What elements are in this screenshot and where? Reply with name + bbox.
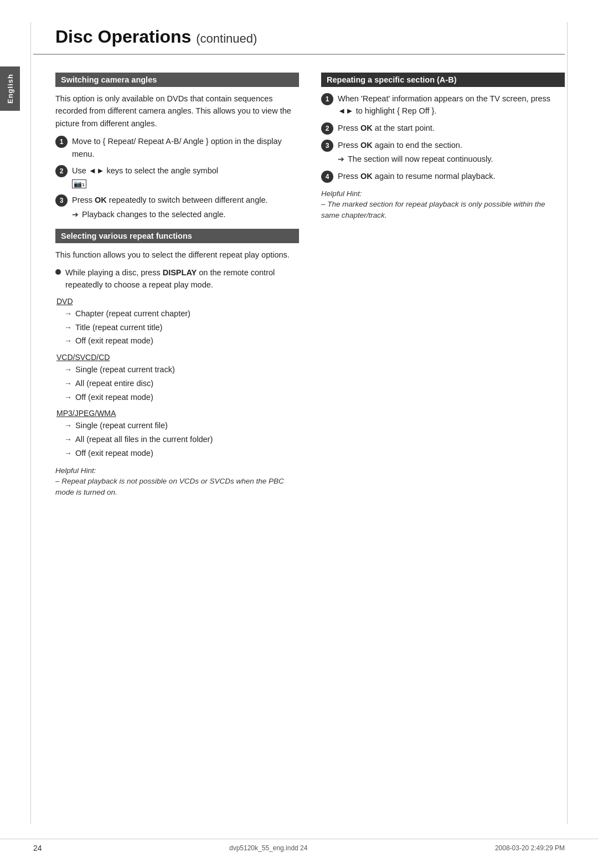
dvd-item-3: → Off (exit repeat mode) <box>64 335 299 347</box>
page-title: Disc Operations (continued) <box>33 27 565 55</box>
mp3-item-1: → Single (repeat current file) <box>64 420 299 432</box>
vcd-label: VCD/SVCD/CD <box>56 353 299 362</box>
angle-icon: 📷₁ <box>72 179 86 188</box>
page-number: 24 <box>33 844 42 852</box>
margin-line-left <box>30 22 31 824</box>
step-ab-1: 1 When 'Repeat' information appears on t… <box>321 93 565 117</box>
step-ab-num-2: 2 <box>321 122 333 135</box>
step-camera-2: 2 Use ◄► keys to select the angle symbol… <box>55 165 299 189</box>
repeat-bullet: While playing a disc, press DISPLAY on t… <box>55 266 299 291</box>
section-header-repeat: Selecting various repeat functions <box>55 229 299 243</box>
step-ab-num-1: 1 <box>321 93 333 105</box>
step-ab-content-2: Press OK at the start point. <box>338 122 565 134</box>
section-header-camera-angles: Switching camera angles <box>55 73 299 87</box>
mp3-item-2: → All (repeat all files in the current f… <box>64 434 299 446</box>
page-footer: 24 dvp5120k_55_eng.indd 24 2008-03-20 2:… <box>0 839 598 852</box>
right-hint-block: Helpful Hint: – The marked section for r… <box>321 189 565 222</box>
display-bold: DISPLAY <box>163 268 197 277</box>
bullet-text: While playing a disc, press DISPLAY on t… <box>65 266 299 291</box>
camera-angles-body: This option is only available on DVDs th… <box>55 93 299 130</box>
step-ab-num-4: 4 <box>321 171 333 183</box>
dvd-item-2: → Title (repeat current title) <box>64 322 299 334</box>
title-continued: (continued) <box>196 32 257 45</box>
left-column: Switching camera angles This option is o… <box>55 65 299 498</box>
step-content-2: Use ◄► keys to select the angle symbol 📷… <box>72 165 299 189</box>
step-ab-num-3: 3 <box>321 140 333 152</box>
repeat-body: This function allows you to select the d… <box>55 249 299 261</box>
step3-arrow: ➔ Playback changes to the selected angle… <box>72 209 299 221</box>
step2-text: Use ◄► keys to select the angle symbol <box>72 166 218 175</box>
page-wrapper: English Disc Operations (continued) Swit… <box>0 0 598 868</box>
step-camera-3: 3 Press OK repeatedly to switch between … <box>55 194 299 220</box>
step-ab-4: 4 Press OK again to resume normal playba… <box>321 170 565 183</box>
arrow-sym: ➔ <box>72 209 79 220</box>
step-num-3: 3 <box>55 194 68 207</box>
right-hint-text: – The marked section for repeat playback… <box>321 199 565 222</box>
bullet-dot <box>55 269 61 275</box>
left-hint-title: Helpful Hint: <box>55 466 299 475</box>
sidebar-label: English <box>0 66 20 111</box>
step-content-1: Move to { Repeat/ Repeat A-B/ Angle } op… <box>72 135 299 160</box>
step-ab-content-1: When 'Repeat' information appears on the… <box>338 93 565 117</box>
footer-right: 2008-03-20 2:49:29 PM <box>495 844 565 852</box>
footer-left: dvp5120k_55_eng.indd 24 <box>229 844 307 852</box>
margin-line-right <box>567 22 568 824</box>
step-ab-content-3: Press OK again to end the section. ➔ The… <box>338 139 565 166</box>
step-num-1: 1 <box>55 136 68 148</box>
vcd-item-2: → All (repeat entire disc) <box>64 378 299 390</box>
step-ab-3-arrow-text: The section will now repeat continuously… <box>348 153 493 166</box>
step-camera-1: 1 Move to { Repeat/ Repeat A-B/ Angle } … <box>55 135 299 160</box>
step-ab-2: 2 Press OK at the start point. <box>321 122 565 135</box>
right-hint-title: Helpful Hint: <box>321 189 565 198</box>
step-ab-3-arrow: ➔ The section will now repeat continuous… <box>338 153 565 166</box>
left-hint-text: – Repeat playback is not possible on VCD… <box>55 476 299 499</box>
vcd-item-3: → Off (exit repeat mode) <box>64 392 299 404</box>
vcd-item-1: → Single (repeat current track) <box>64 364 299 376</box>
step-content-3: Press OK repeatedly to switch between di… <box>72 194 299 220</box>
step3-arrow-text: Playback changes to the selected angle. <box>82 209 226 221</box>
content-columns: Switching camera angles This option is o… <box>33 65 565 498</box>
step-ab-content-4: Press OK again to resume normal playback… <box>338 170 565 182</box>
section-header-repeat-ab: Repeating a specific section (A-B) <box>321 73 565 87</box>
title-main: Disc Operations <box>55 27 191 47</box>
mp3-item-3: → Off (exit repeat mode) <box>64 448 299 460</box>
left-hint-block: Helpful Hint: – Repeat playback is not p… <box>55 466 299 499</box>
arrow-sym-ab3: ➔ <box>338 153 344 165</box>
dvd-item-1: → Chapter (repeat current chapter) <box>64 308 299 320</box>
step-ab-3: 3 Press OK again to end the section. ➔ T… <box>321 139 565 166</box>
mp3-label: MP3/JPEG/WMA <box>56 409 299 418</box>
step-num-2: 2 <box>55 165 68 177</box>
dvd-label: DVD <box>56 297 299 306</box>
right-column: Repeating a specific section (A-B) 1 Whe… <box>321 65 565 498</box>
